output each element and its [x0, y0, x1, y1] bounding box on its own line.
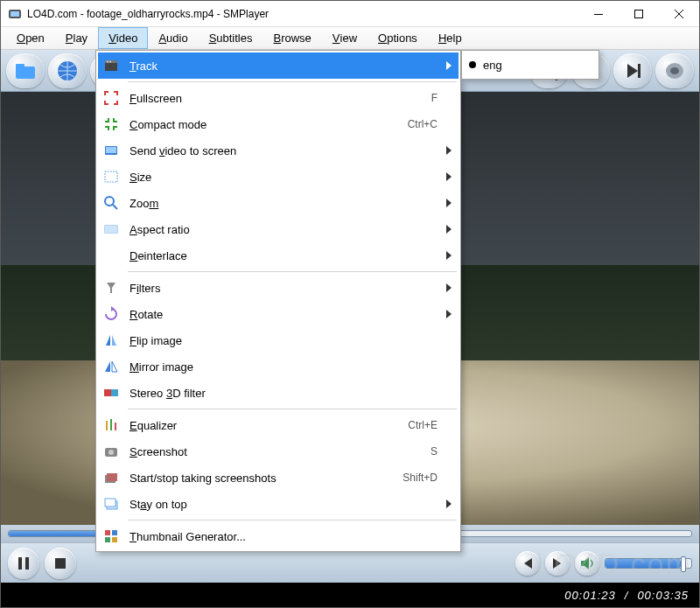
svg-rect-30	[106, 147, 116, 153]
svg-rect-21	[55, 558, 66, 569]
menu-separator	[128, 81, 457, 82]
menu-separator	[128, 409, 457, 409]
stop-button[interactable]	[45, 548, 76, 579]
rotate-icon	[102, 304, 121, 324]
menuitem-label: Screenshot	[130, 445, 430, 458]
minimize-button[interactable]	[578, 1, 619, 27]
menuitem-label: Start/stop taking screenshots	[130, 472, 402, 485]
submenu-arrow-icon	[446, 172, 452, 181]
svg-rect-54	[112, 530, 117, 535]
svg-rect-53	[105, 530, 110, 535]
svg-marker-36	[107, 283, 116, 293]
menuitem-label: Send video to screen	[130, 144, 446, 157]
menu-audio[interactable]: Audio	[148, 27, 198, 49]
menu-open[interactable]: Open	[6, 27, 55, 49]
open-url-button[interactable]	[48, 53, 87, 88]
menuitem-zoom[interactable]: Zoom	[98, 190, 458, 216]
menu-separator	[128, 271, 457, 272]
size-icon	[102, 167, 121, 186]
menuitem-stereo3d[interactable]: Stereo 3D filter	[98, 380, 458, 406]
menuitem-sendvideo[interactable]: Send video to screen	[98, 137, 458, 164]
skip-next-button[interactable]	[613, 53, 652, 88]
flip-icon	[102, 331, 121, 350]
shot-icon	[102, 442, 121, 461]
menuitem-stayontop[interactable]: Stay on top	[98, 491, 458, 517]
svg-rect-46	[115, 423, 116, 430]
svg-marker-24	[581, 557, 589, 570]
filters-icon	[102, 278, 121, 297]
menuitem-shot[interactable]: ScreenshotS	[98, 438, 458, 465]
volume-button[interactable]	[575, 551, 599, 576]
svg-point-28	[109, 61, 111, 63]
volume-slider[interactable]	[605, 558, 692, 569]
zoom-icon	[102, 193, 121, 213]
menuitem-rotate[interactable]: Rotate	[98, 301, 458, 327]
deint-icon	[102, 246, 121, 265]
menuitem-shortcut: S	[430, 445, 438, 458]
menu-help[interactable]: Help	[428, 27, 472, 49]
svg-marker-38	[106, 335, 110, 346]
thumbgen-icon	[102, 527, 121, 546]
app-window: LO4D.com - footage_oldharryrocks.mp4 - S…	[0, 0, 700, 608]
menuitem-track[interactable]: Track	[98, 52, 458, 79]
pause-button[interactable]	[8, 548, 39, 579]
menuitem-label: Thumbnail Generator...	[130, 530, 452, 543]
svg-marker-40	[105, 361, 110, 372]
menuitem-shortcut: Ctrl+E	[408, 419, 438, 431]
menuitem-aspect[interactable]: Aspect ratio	[98, 216, 458, 242]
menuitem-label: Equalizer	[130, 419, 408, 432]
svg-rect-31	[105, 171, 117, 182]
maximize-button[interactable]	[619, 1, 659, 27]
menuitem-deint[interactable]: Deinterlace	[98, 242, 458, 269]
menu-subtitles[interactable]: Subtitles	[199, 27, 263, 49]
svg-marker-23	[553, 558, 561, 569]
statusbar: 00:01:23 / 00:03:35	[1, 583, 699, 607]
menuitem-fullscreen[interactable]: FullscreenF	[98, 85, 458, 111]
shots-icon	[102, 468, 121, 487]
svg-point-32	[105, 197, 114, 206]
menuitem-label: Track	[130, 59, 446, 73]
svg-rect-7	[16, 64, 24, 68]
submenu-arrow-icon	[446, 283, 452, 292]
menuitem-label: Size	[130, 171, 446, 184]
submenu-arrow-icon	[446, 61, 452, 70]
menuitem-label: Compact mode	[130, 118, 408, 131]
menuitem-label: Zoom	[130, 197, 446, 210]
menuitem-compact[interactable]: Compact modeCtrl+C	[98, 111, 458, 137]
submenu-arrow-icon	[446, 500, 452, 508]
open-folder-button[interactable]	[6, 53, 45, 88]
menuitem-size[interactable]: Size	[98, 164, 458, 190]
menu-play[interactable]: Play	[55, 27, 98, 49]
close-button[interactable]	[659, 1, 699, 27]
menuitem-label: Flip image	[130, 334, 452, 347]
window-title: LO4D.com - footage_oldharryrocks.mp4 - S…	[27, 8, 578, 20]
menu-browse[interactable]: Browse	[263, 27, 322, 49]
time-sep: /	[621, 589, 633, 602]
menuitem-shots[interactable]: Start/stop taking screenshotsShift+D	[98, 465, 458, 491]
menuitem-label: Mirror image	[130, 360, 452, 374]
audio-button[interactable]	[655, 53, 694, 88]
menuitem-shortcut: Ctrl+C	[408, 118, 438, 130]
rewind-button[interactable]	[515, 551, 540, 576]
menu-video[interactable]: Video	[98, 27, 148, 49]
fullscreen-icon	[102, 88, 121, 108]
titlebar: LO4D.com - footage_oldharryrocks.mp4 - S…	[1, 1, 699, 27]
forward-button[interactable]	[545, 551, 570, 576]
menuitem-mirror[interactable]: Mirror image	[98, 353, 458, 380]
sendvideo-icon	[102, 141, 121, 160]
svg-marker-15	[627, 64, 638, 78]
svg-point-27	[107, 61, 108, 63]
menuitem-eq[interactable]: EqualizerCtrl+E	[98, 412, 458, 438]
menuitem-flip[interactable]: Flip image	[98, 327, 458, 353]
menuitem-label: Deinterlace	[130, 249, 446, 262]
menuitem-filters[interactable]: Filters	[98, 275, 458, 301]
volume-thumb[interactable]	[681, 556, 686, 572]
track-option[interactable]: eng	[464, 52, 597, 77]
svg-rect-56	[112, 537, 117, 542]
svg-rect-6	[16, 66, 35, 79]
svg-rect-19	[18, 557, 22, 570]
mirror-icon	[102, 357, 121, 376]
menu-options[interactable]: Options	[368, 27, 428, 49]
menuitem-thumbgen[interactable]: Thumbnail Generator...	[98, 523, 458, 549]
menu-view[interactable]: View	[322, 27, 368, 49]
